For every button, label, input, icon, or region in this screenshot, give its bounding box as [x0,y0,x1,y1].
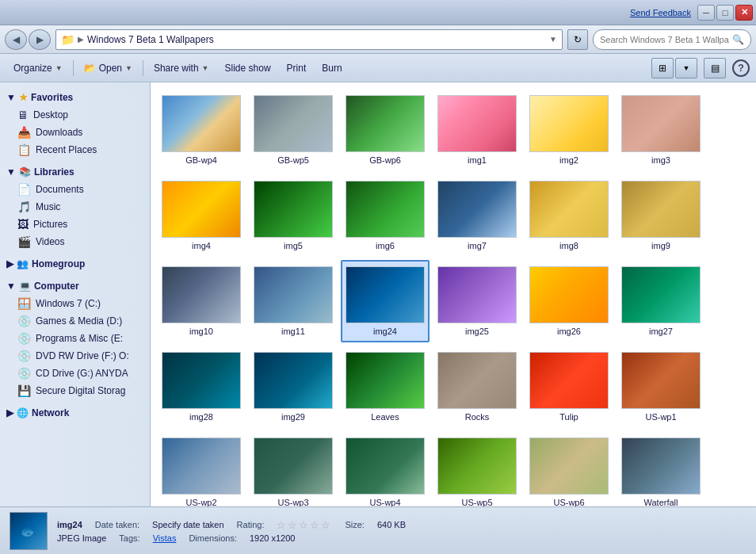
thumb-image-img7 [437,181,517,238]
minimize-button[interactable]: ─ [697,5,715,21]
thumb-item-img9[interactable]: img9 [617,174,705,257]
status-info: img24 Date taken: Specify date taken Rat… [57,519,746,543]
sidebar-item-pictures[interactable]: 🖼 Pictures [0,216,150,233]
thumb-item-img3[interactable]: img3 [617,89,705,171]
thumb-item-img10[interactable]: img10 [157,260,246,342]
music-label: Music [36,201,60,212]
thumb-item-us-wp6[interactable]: US-wp6 [525,431,613,506]
status-size-value: 640 KB [377,520,406,529]
print-button[interactable]: Print [280,58,314,78]
open-button[interactable]: 📂 Open ▼ [77,58,139,78]
thumb-item-img28[interactable]: img28 [157,346,246,428]
search-icon: 🔍 [732,34,744,45]
status-date-taken-label: Date taken: [95,520,139,529]
breadcrumb-path: Windows 7 Beta 1 Wallpapers [87,34,546,45]
back-button[interactable]: ◀ [5,29,27,50]
thumb-item-img4[interactable]: img4 [157,174,246,257]
thumb-label-img6: img6 [376,241,395,250]
thumb-image-img2 [529,95,609,152]
thumb-item-us-wp4[interactable]: US-wp4 [341,431,430,506]
thumb-item-img8[interactable]: img8 [525,174,613,257]
thumb-item-gb-wp5[interactable]: GB-wp5 [249,89,338,171]
thumb-item-img25[interactable]: img25 [433,260,521,342]
sidebar-item-documents[interactable]: 📄 Documents [0,181,150,198]
thumb-item-tulip[interactable]: Tulip [525,346,613,428]
thumb-item-us-wp3[interactable]: US-wp3 [249,431,338,506]
thumb-item-img26[interactable]: img26 [525,260,613,342]
windows-c-icon: 🪟 [17,297,31,310]
thumb-item-img6[interactable]: img6 [341,174,430,257]
thumb-item-img27[interactable]: img27 [617,260,705,342]
forward-button[interactable]: ▶ [29,29,51,50]
sidebar-item-programs-e[interactable]: 💿 Programs & Misc (E: [0,330,150,347]
view-icons-button[interactable]: ⊞ [651,58,674,78]
thumb-image-us-wp2 [162,437,241,495]
thumb-item-img24[interactable]: img24 [341,260,430,342]
cd-g-label: CD Drive (G:) ANYDA [36,368,128,379]
sidebar-section-favorites[interactable]: ▼ ★ Favorites [0,89,150,106]
close-button[interactable]: ✕ [735,5,753,21]
sidebar-item-music[interactable]: 🎵 Music [0,198,150,216]
breadcrumb-arrow: ▶ [78,35,84,44]
thumb-item-rocks[interactable]: Rocks [433,346,521,428]
thumb-item-gb-wp4[interactable]: GB-wp4 [157,89,246,171]
search-input[interactable] [600,35,729,44]
thumb-image-waterfall [621,437,701,495]
burn-button[interactable]: Burn [315,58,349,78]
thumb-item-img7[interactable]: img7 [433,174,521,257]
thumb-label-us-wp4: US-wp4 [369,498,400,506]
nav-buttons: ◀ ▶ [5,29,51,50]
breadcrumb-bar[interactable]: 📁 ▶ Windows 7 Beta 1 Wallpapers ▼ [55,29,563,50]
toolbar-sep-1 [73,60,74,76]
sidebar-item-windows-c[interactable]: 🪟 Windows 7 (C:) [0,295,150,312]
maximize-button[interactable]: □ [716,5,734,21]
thumb-label-gb-wp5: GB-wp5 [277,155,309,165]
refresh-button[interactable]: ↻ [567,29,588,50]
sidebar-item-downloads[interactable]: 📥 Downloads [0,124,150,141]
secure-icon: 💾 [17,384,31,397]
thumb-item-us-wp2[interactable]: US-wp2 [157,431,246,506]
thumb-item-gb-wp6[interactable]: GB-wp6 [341,89,430,171]
sidebar-section-libraries[interactable]: ▼ 📚 Libraries [0,163,150,181]
thumb-image-img4 [162,181,241,238]
thumb-image-tulip [529,352,609,409]
slideshow-label: Slide show [225,63,271,74]
slideshow-button[interactable]: Slide show [218,58,278,78]
sidebar-section-computer[interactable]: ▼ 💻 Computer [0,277,150,295]
sidebar-item-secure[interactable]: 💾 Secure Digital Storag [0,382,150,399]
sidebar-section-homegroup[interactable]: ▶ 👥 Homegroup [0,255,150,273]
sidebar-item-videos[interactable]: 🎬 Videos [0,233,150,250]
thumb-item-waterfall[interactable]: Waterfall [617,431,705,506]
dvd-f-icon: 💿 [17,350,31,362]
network-icon: 🌐 [17,407,29,418]
sidebar-item-games-d[interactable]: 💿 Games & Media (D:) [0,312,150,330]
help-button[interactable]: ? [732,59,750,77]
thumb-item-img5[interactable]: img5 [249,174,338,257]
view-dropdown-button[interactable]: ▼ [675,58,697,78]
organize-button[interactable]: Organize ▼ [6,58,70,78]
thumb-item-us-wp1[interactable]: US-wp1 [617,346,705,428]
open-arrow: ▼ [125,64,132,72]
feedback-link[interactable]: Send Feedback [630,8,691,17]
thumb-item-leaves[interactable]: Leaves [341,346,430,428]
thumb-item-img29[interactable]: img29 [249,346,338,428]
thumb-item-img11[interactable]: img11 [249,260,338,342]
sidebar-item-desktop[interactable]: 🖥 Desktop [0,106,150,124]
preview-pane-button[interactable]: ▤ [704,58,726,78]
sidebar-item-recent[interactable]: 📋 Recent Places [0,141,150,159]
thumb-image-img29 [254,352,333,409]
thumb-label-img5: img5 [284,241,303,250]
sidebar-section-network[interactable]: ▶ 🌐 Network [0,404,150,422]
sidebar-item-dvd-f[interactable]: 💿 DVD RW Drive (F:) O: [0,347,150,365]
thumb-item-img2[interactable]: img2 [525,89,613,171]
thumb-item-us-wp5[interactable]: US-wp5 [433,431,521,506]
share-with-button[interactable]: Share with ▼ [147,58,216,78]
breadcrumb-dropdown-arrow[interactable]: ▼ [549,35,557,44]
star-rating[interactable]: ☆☆☆☆☆ [277,519,332,531]
thumb-label-us-wp2: US-wp2 [185,498,216,506]
thumb-image-us-wp6 [529,437,609,495]
sidebar-item-cd-g[interactable]: 💿 CD Drive (G:) ANYDA [0,365,150,382]
thumb-item-img1[interactable]: img1 [433,89,521,171]
burn-label: Burn [322,63,342,74]
window-controls: ─ □ ✕ [697,5,753,21]
